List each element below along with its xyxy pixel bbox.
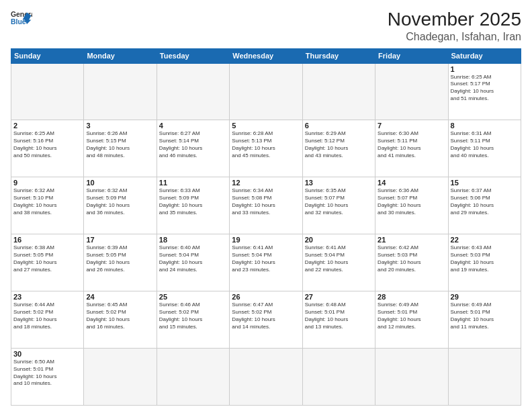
location-subtitle: Chadegan, Isfahan, Iran xyxy=(388,31,521,43)
day-info: Sunrise: 6:50 AM Sunset: 5:01 PM Dayligh… xyxy=(13,359,81,387)
calendar-cell xyxy=(375,63,448,120)
day-info: Sunrise: 6:33 AM Sunset: 5:09 PM Dayligh… xyxy=(159,187,227,216)
day-info: Sunrise: 6:48 AM Sunset: 5:01 PM Dayligh… xyxy=(305,302,373,330)
day-number: 14 xyxy=(378,179,445,187)
calendar-cell: 16Sunrise: 6:38 AM Sunset: 5:05 PM Dayli… xyxy=(11,234,84,291)
calendar-cell: 24Sunrise: 6:45 AM Sunset: 5:02 PM Dayli… xyxy=(84,291,157,349)
calendar-cell xyxy=(230,349,302,406)
day-info: Sunrise: 6:32 AM Sunset: 5:10 PM Dayligh… xyxy=(13,187,81,216)
day-info: Sunrise: 6:49 AM Sunset: 5:01 PM Dayligh… xyxy=(378,302,445,330)
calendar-cell: 23Sunrise: 6:44 AM Sunset: 5:02 PM Dayli… xyxy=(11,291,84,349)
header-tuesday: Tuesday xyxy=(157,48,229,63)
calendar-cell: 5Sunrise: 6:28 AM Sunset: 5:13 PM Daylig… xyxy=(230,120,302,177)
calendar-cell xyxy=(448,349,521,406)
header-sunday: Sunday xyxy=(11,48,84,63)
week-row-2: 9Sunrise: 6:32 AM Sunset: 5:10 PM Daylig… xyxy=(11,177,521,234)
calendar-cell: 7Sunrise: 6:30 AM Sunset: 5:11 PM Daylig… xyxy=(375,120,448,177)
day-number: 22 xyxy=(451,236,519,244)
calendar-cell: 25Sunrise: 6:46 AM Sunset: 5:02 PM Dayli… xyxy=(157,291,229,349)
calendar-cell: 10Sunrise: 6:32 AM Sunset: 5:09 PM Dayli… xyxy=(84,177,157,234)
header-thursday: Thursday xyxy=(302,48,375,63)
generalblue-logo-icon: General Blue xyxy=(11,8,32,30)
day-info: Sunrise: 6:29 AM Sunset: 5:12 PM Dayligh… xyxy=(305,130,373,159)
week-row-5: 30Sunrise: 6:50 AM Sunset: 5:01 PM Dayli… xyxy=(11,349,521,406)
day-number: 18 xyxy=(159,236,227,244)
day-number: 5 xyxy=(232,122,300,130)
day-number: 25 xyxy=(159,293,227,301)
day-number: 20 xyxy=(305,236,373,244)
calendar-cell xyxy=(230,63,302,120)
day-info: Sunrise: 6:37 AM Sunset: 5:06 PM Dayligh… xyxy=(451,187,519,216)
calendar-cell: 27Sunrise: 6:48 AM Sunset: 5:01 PM Dayli… xyxy=(302,291,375,349)
calendar-cell xyxy=(11,63,84,120)
day-number: 29 xyxy=(451,293,519,301)
day-info: Sunrise: 6:38 AM Sunset: 5:05 PM Dayligh… xyxy=(13,244,81,273)
logo: General Blue xyxy=(11,8,32,30)
week-row-0: 1Sunrise: 6:25 AM Sunset: 5:17 PM Daylig… xyxy=(11,63,521,120)
calendar-cell: 30Sunrise: 6:50 AM Sunset: 5:01 PM Dayli… xyxy=(11,349,84,406)
week-row-3: 16Sunrise: 6:38 AM Sunset: 5:05 PM Dayli… xyxy=(11,234,521,291)
day-info: Sunrise: 6:47 AM Sunset: 5:02 PM Dayligh… xyxy=(232,302,300,330)
calendar-cell: 28Sunrise: 6:49 AM Sunset: 5:01 PM Dayli… xyxy=(375,291,448,349)
day-number: 10 xyxy=(86,179,154,187)
day-number: 4 xyxy=(159,122,227,130)
week-row-4: 23Sunrise: 6:44 AM Sunset: 5:02 PM Dayli… xyxy=(11,291,521,349)
day-info: Sunrise: 6:39 AM Sunset: 5:05 PM Dayligh… xyxy=(86,244,154,273)
calendar-cell: 20Sunrise: 6:41 AM Sunset: 5:04 PM Dayli… xyxy=(302,234,375,291)
day-number: 9 xyxy=(13,179,81,187)
calendar-cell: 12Sunrise: 6:34 AM Sunset: 5:08 PM Dayli… xyxy=(230,177,302,234)
day-info: Sunrise: 6:32 AM Sunset: 5:09 PM Dayligh… xyxy=(86,187,154,216)
calendar-cell: 26Sunrise: 6:47 AM Sunset: 5:02 PM Dayli… xyxy=(230,291,302,349)
calendar-cell: 29Sunrise: 6:49 AM Sunset: 5:01 PM Dayli… xyxy=(448,291,521,349)
day-number: 27 xyxy=(305,293,373,301)
calendar-cell xyxy=(157,349,229,406)
day-number: 30 xyxy=(13,350,81,358)
header-saturday: Saturday xyxy=(448,48,521,63)
calendar-table: Sunday Monday Tuesday Wednesday Thursday… xyxy=(11,48,521,406)
day-info: Sunrise: 6:31 AM Sunset: 5:11 PM Dayligh… xyxy=(451,130,519,159)
header: General Blue November 2025 Chadegan, Isf… xyxy=(11,8,521,43)
day-number: 1 xyxy=(451,65,519,73)
day-info: Sunrise: 6:28 AM Sunset: 5:13 PM Dayligh… xyxy=(232,130,300,159)
calendar-cell: 11Sunrise: 6:33 AM Sunset: 5:09 PM Dayli… xyxy=(157,177,229,234)
calendar-cell: 8Sunrise: 6:31 AM Sunset: 5:11 PM Daylig… xyxy=(448,120,521,177)
day-info: Sunrise: 6:25 AM Sunset: 5:16 PM Dayligh… xyxy=(13,130,81,159)
calendar-cell: 19Sunrise: 6:41 AM Sunset: 5:04 PM Dayli… xyxy=(230,234,302,291)
day-info: Sunrise: 6:26 AM Sunset: 5:15 PM Dayligh… xyxy=(86,130,154,159)
calendar-cell: 14Sunrise: 6:36 AM Sunset: 5:07 PM Dayli… xyxy=(375,177,448,234)
day-info: Sunrise: 6:41 AM Sunset: 5:04 PM Dayligh… xyxy=(305,244,373,273)
calendar-cell xyxy=(84,63,157,120)
day-number: 16 xyxy=(13,236,81,244)
day-info: Sunrise: 6:25 AM Sunset: 5:17 PM Dayligh… xyxy=(451,74,519,103)
day-info: Sunrise: 6:44 AM Sunset: 5:02 PM Dayligh… xyxy=(13,302,81,330)
calendar-cell: 15Sunrise: 6:37 AM Sunset: 5:06 PM Dayli… xyxy=(448,177,521,234)
page: General Blue November 2025 Chadegan, Isf… xyxy=(0,0,532,411)
day-info: Sunrise: 6:41 AM Sunset: 5:04 PM Dayligh… xyxy=(232,244,300,273)
header-wednesday: Wednesday xyxy=(230,48,302,63)
day-number: 15 xyxy=(451,179,519,187)
day-number: 17 xyxy=(86,236,154,244)
day-number: 24 xyxy=(86,293,154,301)
calendar-cell: 21Sunrise: 6:42 AM Sunset: 5:03 PM Dayli… xyxy=(375,234,448,291)
day-info: Sunrise: 6:34 AM Sunset: 5:08 PM Dayligh… xyxy=(232,187,300,216)
title-block: November 2025 Chadegan, Isfahan, Iran xyxy=(388,8,521,43)
day-number: 13 xyxy=(305,179,373,187)
calendar-cell: 4Sunrise: 6:27 AM Sunset: 5:14 PM Daylig… xyxy=(157,120,229,177)
calendar-cell xyxy=(375,349,448,406)
header-friday: Friday xyxy=(375,48,448,63)
day-number: 7 xyxy=(378,122,445,130)
day-info: Sunrise: 6:43 AM Sunset: 5:03 PM Dayligh… xyxy=(451,244,519,273)
calendar-cell xyxy=(157,63,229,120)
day-info: Sunrise: 6:30 AM Sunset: 5:11 PM Dayligh… xyxy=(378,130,445,159)
day-info: Sunrise: 6:45 AM Sunset: 5:02 PM Dayligh… xyxy=(86,302,154,330)
day-info: Sunrise: 6:35 AM Sunset: 5:07 PM Dayligh… xyxy=(305,187,373,216)
month-year-title: November 2025 xyxy=(388,8,521,31)
day-info: Sunrise: 6:42 AM Sunset: 5:03 PM Dayligh… xyxy=(378,244,445,273)
calendar-cell: 9Sunrise: 6:32 AM Sunset: 5:10 PM Daylig… xyxy=(11,177,84,234)
day-info: Sunrise: 6:27 AM Sunset: 5:14 PM Dayligh… xyxy=(159,130,227,159)
day-number: 2 xyxy=(13,122,81,130)
calendar-cell xyxy=(302,63,375,120)
day-number: 8 xyxy=(451,122,519,130)
calendar-cell: 6Sunrise: 6:29 AM Sunset: 5:12 PM Daylig… xyxy=(302,120,375,177)
day-info: Sunrise: 6:49 AM Sunset: 5:01 PM Dayligh… xyxy=(451,302,519,330)
